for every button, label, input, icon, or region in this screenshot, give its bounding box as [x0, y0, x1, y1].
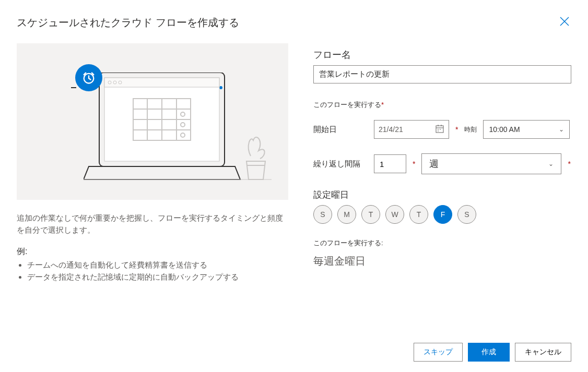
run-heading: このフローを実行する*	[313, 100, 571, 110]
time-value: 10:00 AM	[489, 125, 520, 134]
repeat-label: 繰り返し間隔	[313, 159, 368, 169]
close-button[interactable]	[558, 15, 571, 31]
dialog-content: 追加の作業なしで何が重要かを把握し、フローを実行するタイミングと頻度を自分で選択…	[17, 43, 571, 283]
day-button-1[interactable]: M	[337, 205, 356, 224]
interval-input[interactable]	[374, 154, 406, 173]
summary-label: このフローを実行する:	[313, 238, 571, 248]
flow-name-label: フロー名	[313, 49, 571, 61]
example-item: データを指定された記憶域に定期的に自動バックアップする	[27, 271, 288, 283]
required-star: *	[413, 160, 415, 168]
description-text: 追加の作業なしで何が重要かを把握し、フローを実行するタイミングと頻度を自分で選択…	[17, 212, 288, 236]
start-date-row: 開始日 21/4/21 * 時刻 10:00 AM ⌄	[313, 120, 571, 139]
days-row: SMTWTFS	[313, 205, 571, 224]
start-date-label: 開始日	[313, 125, 368, 135]
flow-name-input[interactable]	[313, 65, 571, 83]
time-select[interactable]: 10:00 AM ⌄	[483, 120, 570, 139]
dialog-footer: スキップ 作成 キャンセル	[414, 343, 571, 362]
required-star: *	[455, 125, 458, 134]
day-button-2[interactable]: T	[361, 205, 380, 224]
illustration	[17, 43, 288, 200]
calendar-icon	[435, 124, 444, 135]
right-panel: フロー名 このフローを実行する* 開始日 21/4/21 * 時刻 10:00 …	[313, 43, 571, 283]
unit-select[interactable]: 週 ⌄	[421, 153, 561, 174]
cancel-button[interactable]: キャンセル	[515, 343, 571, 362]
laptop-illustration	[84, 73, 272, 193]
create-scheduled-flow-dialog: スケジュールされたクラウド フローを作成する	[0, 0, 588, 372]
time-label: 時刻	[464, 125, 477, 134]
close-icon	[560, 17, 569, 26]
start-date-value: 21/4/21	[379, 125, 403, 134]
day-button-4[interactable]: T	[409, 205, 428, 224]
clock-icon	[75, 64, 102, 91]
chevron-down-icon: ⌄	[548, 160, 554, 167]
left-panel: 追加の作業なしで何が重要かを把握し、フローを実行するタイミングと頻度を自分で選択…	[17, 43, 288, 283]
repeat-row: 繰り返し間隔 * 週 ⌄ *	[313, 153, 571, 174]
create-button[interactable]: 作成	[468, 343, 510, 362]
required-star: *	[568, 160, 570, 168]
dialog-title: スケジュールされたクラウド フローを作成する	[17, 16, 239, 30]
start-date-input[interactable]: 21/4/21	[374, 120, 449, 139]
examples-list: チームへの通知を自動化して経費精算書を送信する データを指定された記憶域に定期的…	[17, 259, 288, 283]
dialog-header: スケジュールされたクラウド フローを作成する	[17, 15, 571, 31]
unit-value: 週	[429, 158, 439, 170]
day-button-0[interactable]: S	[313, 205, 332, 224]
day-button-3[interactable]: W	[385, 205, 404, 224]
days-label: 設定曜日	[313, 189, 571, 201]
examples-label: 例:	[17, 246, 288, 257]
skip-button[interactable]: スキップ	[414, 343, 463, 362]
example-item: チームへの通知を自動化して経費精算書を送信する	[27, 259, 288, 271]
summary-value: 毎週金曜日	[313, 254, 571, 268]
day-button-6[interactable]: S	[457, 205, 476, 224]
chevron-down-icon: ⌄	[559, 126, 564, 133]
day-button-5[interactable]: F	[433, 205, 452, 224]
